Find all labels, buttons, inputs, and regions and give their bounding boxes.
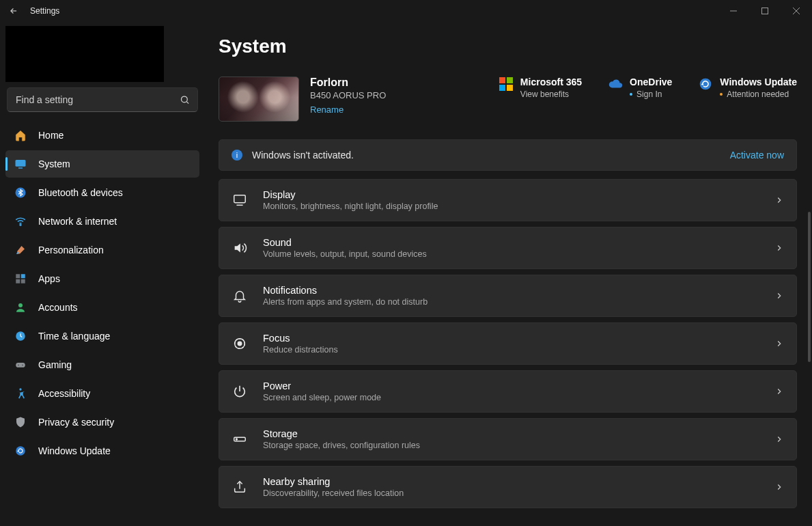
sidebar-item-accessibility[interactable]: Accessibility (5, 380, 199, 407)
sidebar-item-label: Accessibility (38, 388, 90, 399)
svg-rect-13 (21, 279, 25, 283)
account-block[interactable] (5, 26, 164, 82)
accessibility-icon (14, 387, 27, 400)
maximize-button[interactable] (749, 0, 781, 22)
svg-rect-16 (16, 363, 25, 368)
device-model: B450 AORUS PRO (310, 90, 386, 100)
sidebar-item-label: Privacy & security (38, 417, 114, 428)
status-dot-icon (630, 93, 632, 96)
activation-banner: i Windows isn't activated. Activate now (219, 139, 797, 171)
brush-icon (14, 243, 27, 257)
svg-rect-26 (234, 195, 246, 203)
wifi-icon (14, 214, 27, 228)
window-title: Settings (30, 6, 59, 16)
quicklink-m365[interactable]: Microsoft 365 View benefits (499, 77, 582, 99)
svg-point-20 (16, 446, 25, 456)
card-title: Focus (263, 333, 338, 344)
sidebar-item-personalization[interactable]: Personalization (5, 236, 199, 264)
card-desc: Volume levels, output, input, sound devi… (263, 249, 427, 259)
bell-icon (232, 288, 248, 303)
card-title: Nearby sharing (263, 476, 404, 487)
quicklink-sub: Sign In (636, 89, 662, 99)
gamepad-icon (14, 358, 27, 372)
svg-marker-28 (235, 244, 240, 253)
sidebar-item-label: Home (38, 130, 64, 141)
quicklink-title: OneDrive (630, 77, 672, 87)
apps-icon (14, 272, 27, 286)
display-icon (232, 193, 248, 208)
storage-icon (232, 432, 248, 447)
sidebar: Home System Bluetooth & devices Network … (0, 22, 205, 526)
quicklink-onedrive[interactable]: OneDrive Sign In (608, 77, 672, 99)
activate-link[interactable]: Activate now (730, 150, 784, 161)
device-name: Forlorn (310, 77, 386, 89)
sidebar-item-time[interactable]: Time & language (5, 322, 199, 350)
power-icon (232, 384, 248, 399)
card-power[interactable]: Power Screen and sleep, power mode (219, 370, 797, 413)
card-notifications[interactable]: Notifications Alerts from apps and syste… (219, 275, 797, 317)
sound-icon (232, 240, 248, 255)
card-display[interactable]: Display Monitors, brightness, night ligh… (219, 179, 797, 221)
sidebar-item-apps[interactable]: Apps (5, 265, 199, 292)
sidebar-item-accounts[interactable]: Accounts (5, 294, 199, 321)
card-storage[interactable]: Storage Storage space, drives, configura… (219, 418, 797, 460)
sidebar-item-label: Personalization (38, 245, 104, 255)
banner-message: Windows isn't activated. (252, 150, 354, 161)
card-title: Display (263, 189, 438, 200)
card-sound[interactable]: Sound Volume levels, output, input, soun… (219, 227, 797, 269)
svg-point-18 (22, 364, 23, 365)
search-input[interactable] (7, 87, 198, 112)
bluetooth-icon (14, 186, 27, 199)
chevron-right-icon (774, 243, 784, 253)
device-thumbnail[interactable] (219, 77, 299, 122)
sidebar-item-bluetooth[interactable]: Bluetooth & devices (5, 179, 199, 206)
card-desc: Reduce distractions (263, 345, 338, 355)
svg-rect-10 (16, 274, 20, 278)
scrollbar[interactable] (808, 212, 811, 362)
rename-link[interactable]: Rename (310, 105, 344, 115)
card-focus[interactable]: Focus Reduce distractions (219, 322, 797, 365)
cloud-icon (608, 77, 623, 92)
quicklink-sub: Attention needed (727, 89, 789, 99)
svg-point-9 (20, 224, 21, 225)
home-icon (14, 128, 27, 142)
card-title: Sound (263, 237, 427, 248)
svg-rect-7 (18, 167, 23, 169)
card-desc: Screen and sleep, power mode (263, 393, 381, 402)
sidebar-item-system[interactable]: System (5, 150, 199, 178)
minimize-button[interactable] (718, 0, 749, 22)
sidebar-item-gaming[interactable]: Gaming (5, 351, 199, 378)
svg-rect-1 (762, 8, 768, 14)
chevron-right-icon (774, 291, 784, 301)
chevron-right-icon (774, 387, 784, 396)
page-title: System (219, 36, 797, 57)
back-button[interactable] (5, 3, 22, 19)
sidebar-item-label: Windows Update (38, 445, 111, 456)
update-icon (698, 77, 713, 92)
sidebar-item-network[interactable]: Network & internet (5, 208, 199, 235)
card-nearby[interactable]: Nearby sharing Discoverability, received… (219, 466, 797, 508)
svg-point-19 (19, 388, 21, 390)
chevron-right-icon (774, 434, 784, 444)
card-desc: Storage space, drives, configuration rul… (263, 441, 420, 450)
svg-point-33 (236, 439, 238, 440)
sidebar-item-home[interactable]: Home (5, 122, 199, 149)
svg-point-30 (238, 342, 242, 346)
quicklink-sub: View benefits (520, 89, 582, 99)
card-desc: Discoverability, received files location (263, 488, 404, 498)
quicklink-update[interactable]: Windows Update Attention needed (698, 77, 797, 99)
svg-rect-22 (507, 77, 513, 83)
sidebar-item-privacy[interactable]: Privacy & security (5, 409, 199, 436)
sidebar-item-update[interactable]: Windows Update (5, 437, 199, 465)
svg-rect-6 (16, 160, 26, 167)
quicklink-title: Windows Update (720, 77, 797, 87)
share-icon (232, 480, 248, 495)
svg-rect-24 (507, 85, 513, 91)
titlebar: Settings (0, 0, 812, 22)
svg-point-14 (18, 303, 23, 307)
clock-icon (14, 329, 27, 343)
card-title: Notifications (263, 285, 428, 296)
sidebar-item-label: Apps (38, 273, 60, 284)
close-button[interactable] (781, 0, 812, 22)
info-icon: i (232, 150, 242, 161)
